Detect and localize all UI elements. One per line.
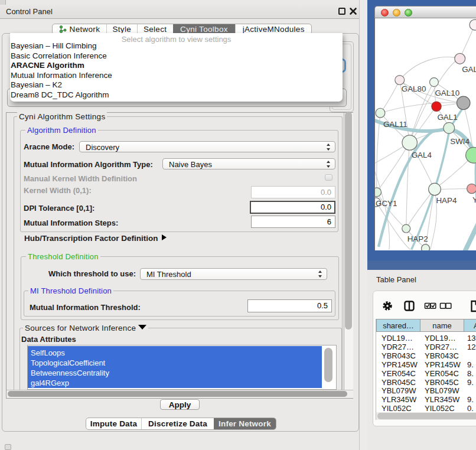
svg-text:GAL11: GAL11	[383, 120, 407, 129]
svg-text:GAL80: GAL80	[402, 84, 426, 93]
svg-text:GAL4: GAL4	[412, 151, 432, 159]
svg-text:GCY1: GCY1	[376, 199, 397, 208]
svg-text:SWI4: SWI4	[450, 137, 470, 146]
svg-text:GAL8: GAL8	[462, 65, 476, 74]
svg-text:GAL1: GAL1	[437, 113, 457, 122]
svg-text:Y: Y	[472, 195, 476, 204]
svg-text:HAP4: HAP4	[436, 196, 457, 205]
svg-text:GAL10: GAL10	[435, 89, 459, 97]
svg-text:HAP2: HAP2	[407, 234, 428, 243]
